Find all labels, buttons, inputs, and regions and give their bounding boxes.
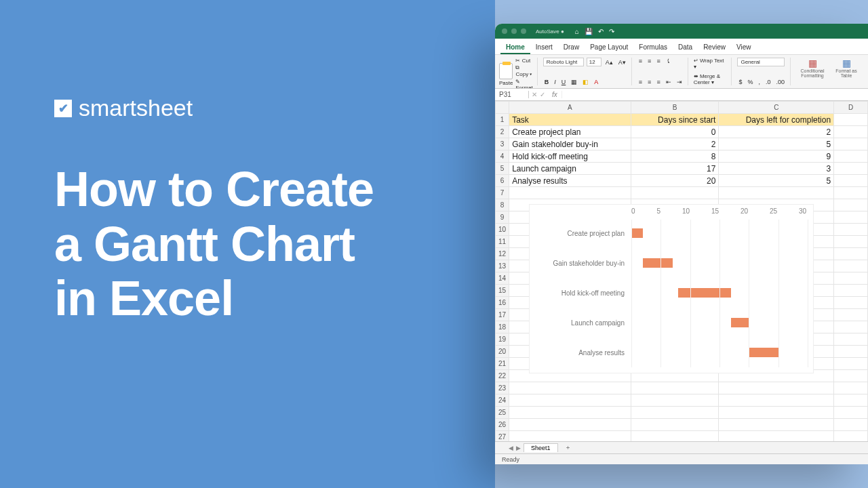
row-header[interactable]: 26 bbox=[496, 419, 509, 431]
format-as-table-icon[interactable]: ▦ bbox=[842, 58, 851, 68]
font-color-button[interactable]: A bbox=[593, 79, 599, 85]
align-bot-icon[interactable]: ≡ bbox=[655, 58, 661, 64]
font-size-select[interactable]: 12 bbox=[587, 58, 601, 66]
number-format-select[interactable]: General bbox=[737, 58, 785, 66]
fill-color-button[interactable]: ◧ bbox=[581, 79, 590, 85]
merge-center-button[interactable]: ⬌ Merge & Center ▾ bbox=[694, 73, 728, 85]
col-header-d[interactable]: D bbox=[834, 102, 868, 114]
tab-home[interactable]: Home bbox=[500, 41, 530, 54]
cell[interactable]: Analyse results bbox=[509, 175, 631, 187]
row-header[interactable]: 23 bbox=[496, 382, 509, 394]
paste-button[interactable]: Paste bbox=[499, 80, 513, 86]
format-painter-button[interactable]: ✎ Format bbox=[515, 79, 532, 89]
align-center-icon[interactable]: ≡ bbox=[646, 79, 652, 85]
align-top-icon[interactable]: ≡ bbox=[637, 58, 644, 64]
wrap-text-button[interactable]: ↵ Wrap Text ▾ bbox=[694, 58, 728, 70]
row-header[interactable]: 20 bbox=[496, 346, 509, 358]
cell[interactable]: Launch campaign bbox=[509, 163, 631, 175]
chart-bar[interactable] bbox=[678, 288, 731, 298]
indent-inc-icon[interactable]: ⇥ bbox=[675, 79, 684, 85]
row-header[interactable]: 5 bbox=[496, 163, 509, 175]
save-icon[interactable]: 💾 bbox=[585, 28, 593, 35]
conditional-formatting-icon[interactable]: ▦ bbox=[808, 58, 817, 68]
cell[interactable]: Gain stakeholder buy-in bbox=[509, 138, 631, 150]
cut-button[interactable]: ✂ Cut bbox=[515, 58, 532, 64]
conditional-formatting-label[interactable]: Conditional Formatting bbox=[796, 68, 829, 78]
col-header-b[interactable]: B bbox=[631, 102, 719, 114]
row-header[interactable]: 4 bbox=[496, 150, 509, 163]
align-right-icon[interactable]: ≡ bbox=[655, 79, 661, 85]
cell[interactable] bbox=[834, 114, 868, 126]
chart-bar[interactable] bbox=[631, 228, 643, 238]
spreadsheet-grid[interactable]: A B C D 1 Task Days since start Days lef… bbox=[495, 101, 868, 441]
decrease-font-icon[interactable]: A▾ bbox=[617, 59, 627, 66]
row-header[interactable]: 21 bbox=[496, 358, 509, 370]
cell[interactable]: Task bbox=[509, 114, 631, 126]
format-as-table-label[interactable]: Format as Table bbox=[833, 68, 860, 78]
tab-formulas[interactable]: Formulas bbox=[633, 41, 673, 54]
row-header[interactable]: 8 bbox=[496, 199, 509, 211]
row-header[interactable]: 12 bbox=[496, 248, 509, 260]
row-header[interactable]: 13 bbox=[496, 260, 509, 272]
sheet-tab[interactable]: Sheet1 bbox=[524, 443, 558, 452]
cancel-formula-icon[interactable]: ✕ bbox=[532, 91, 537, 98]
traffic-light-min[interactable] bbox=[511, 28, 517, 34]
border-button[interactable]: ▦ bbox=[570, 79, 578, 85]
gantt-chart[interactable]: 051015202530 Create project planGain sta… bbox=[529, 204, 814, 373]
sheet-nav-next-icon[interactable]: ▶ bbox=[516, 445, 521, 451]
paste-icon[interactable] bbox=[499, 63, 513, 79]
undo-icon[interactable]: ↶ bbox=[598, 28, 604, 35]
cell[interactable]: 2 bbox=[719, 126, 834, 138]
row-header[interactable]: 14 bbox=[496, 272, 509, 285]
row-header[interactable]: 9 bbox=[496, 211, 509, 224]
row-header[interactable]: 15 bbox=[496, 285, 509, 297]
cell[interactable]: 5 bbox=[719, 175, 834, 187]
cell[interactable]: 2 bbox=[631, 138, 719, 150]
comma-icon[interactable]: , bbox=[757, 79, 762, 85]
cell[interactable]: Hold kick-off meeting bbox=[509, 150, 631, 163]
cell[interactable]: Days left for completion bbox=[719, 114, 834, 126]
font-select[interactable]: Roboto Light bbox=[543, 58, 584, 66]
cell[interactable] bbox=[834, 150, 868, 163]
cell[interactable]: Days since start bbox=[631, 114, 719, 126]
cell[interactable]: 9 bbox=[719, 150, 834, 163]
tab-draw[interactable]: Draw bbox=[558, 41, 585, 54]
chart-bar[interactable] bbox=[643, 258, 672, 268]
row-header[interactable]: 22 bbox=[496, 370, 509, 382]
traffic-light-close[interactable] bbox=[502, 28, 507, 34]
row-header[interactable]: 11 bbox=[496, 236, 509, 248]
row-header[interactable]: 27 bbox=[496, 431, 509, 442]
row-header[interactable]: 24 bbox=[496, 394, 509, 407]
tab-review[interactable]: Review bbox=[698, 41, 731, 54]
row-header[interactable]: 16 bbox=[496, 297, 509, 309]
underline-button[interactable]: U bbox=[560, 79, 568, 85]
row-header[interactable]: 3 bbox=[496, 138, 509, 150]
cell[interactable]: 20 bbox=[631, 175, 719, 187]
cell[interactable]: 3 bbox=[719, 163, 834, 175]
cell[interactable]: 8 bbox=[631, 150, 719, 163]
select-all-corner[interactable] bbox=[496, 102, 509, 114]
col-header-c[interactable]: C bbox=[719, 102, 834, 114]
copy-button[interactable]: ⧉ Copy ▾ bbox=[515, 64, 532, 78]
indent-dec-icon[interactable]: ⇤ bbox=[665, 79, 673, 85]
cell[interactable] bbox=[834, 138, 868, 150]
percent-icon[interactable]: % bbox=[746, 79, 754, 85]
row-header[interactable]: 25 bbox=[496, 407, 509, 419]
currency-icon[interactable]: $ bbox=[737, 79, 743, 85]
bold-button[interactable]: B bbox=[543, 79, 551, 85]
row-header[interactable]: 10 bbox=[496, 224, 509, 236]
align-left-icon[interactable]: ≡ bbox=[637, 79, 644, 85]
row-header[interactable]: 6 bbox=[496, 175, 509, 187]
tab-data[interactable]: Data bbox=[673, 41, 698, 54]
cell[interactable]: 17 bbox=[631, 163, 719, 175]
add-sheet-button[interactable]: ＋ bbox=[561, 443, 575, 452]
cell[interactable]: Create project plan bbox=[509, 126, 631, 138]
cell[interactable] bbox=[834, 126, 868, 138]
align-mid-icon[interactable]: ≡ bbox=[646, 58, 652, 64]
cell[interactable] bbox=[834, 175, 868, 187]
row-header[interactable]: 1 bbox=[496, 114, 509, 126]
row-header[interactable]: 7 bbox=[496, 187, 509, 199]
dec-inc-icon[interactable]: .0 bbox=[764, 79, 772, 85]
cell[interactable] bbox=[834, 163, 868, 175]
chart-bar[interactable] bbox=[731, 318, 749, 327]
